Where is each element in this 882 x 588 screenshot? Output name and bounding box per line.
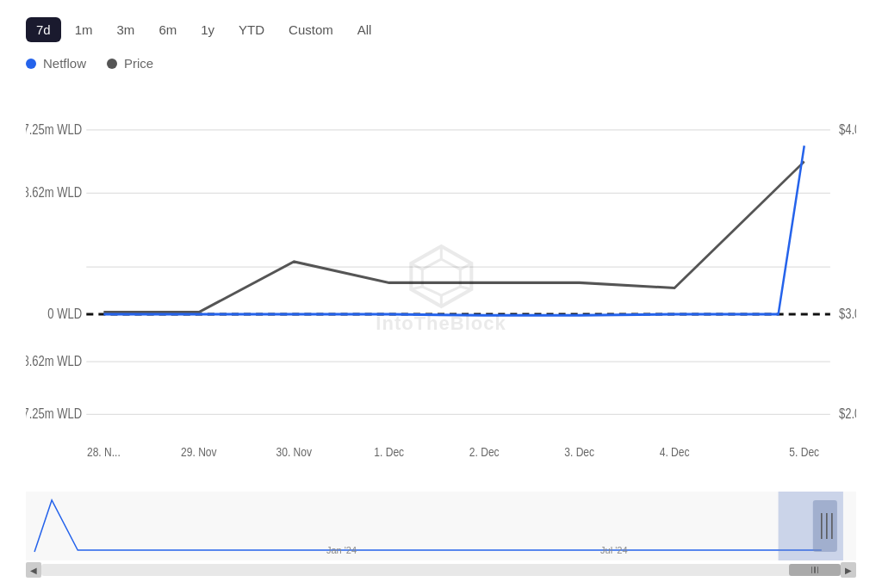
legend-netflow: Netflow [26, 56, 86, 71]
svg-text:Jul '24: Jul '24 [600, 545, 628, 555]
time-btn-7d[interactable]: 7d [26, 17, 61, 42]
time-btn-ytd[interactable]: YTD [228, 17, 275, 42]
chart-legend: Netflow Price [26, 56, 856, 71]
svg-text:$3.00: $3.00 [839, 306, 856, 321]
svg-text:4. Dec: 4. Dec [660, 445, 690, 459]
time-btn-custom[interactable]: Custom [278, 17, 344, 42]
svg-text:28.62m WLD: 28.62m WLD [26, 185, 82, 200]
svg-text:0 WLD: 0 WLD [47, 306, 82, 321]
scrollbar-track[interactable] [41, 564, 841, 576]
svg-text:3. Dec: 3. Dec [564, 445, 594, 459]
main-chart-svg: 57.25m WLD 28.62m WLD 0 WLD -28.62m WLD … [26, 88, 856, 488]
svg-text:29. Nov: 29. Nov [181, 445, 217, 459]
time-btn-6m[interactable]: 6m [148, 17, 187, 42]
svg-text:5. Dec: 5. Dec [789, 445, 819, 459]
time-btn-3m[interactable]: 3m [107, 17, 146, 42]
svg-rect-32 [813, 500, 837, 552]
svg-text:$2.00: $2.00 [839, 406, 856, 421]
legend-price: Price [107, 56, 153, 71]
grip-line-3 [817, 566, 819, 573]
svg-text:2. Dec: 2. Dec [469, 445, 500, 459]
svg-text:-28.62m WLD: -28.62m WLD [26, 354, 82, 368]
time-btn-1y[interactable]: 1y [190, 17, 225, 42]
time-btn-1m[interactable]: 1m [65, 17, 103, 42]
chart-area: IntoTheBlock 57.25m WLD 28.62m WLD 0 WLD… [26, 88, 856, 579]
price-label: Price [124, 56, 153, 71]
scroll-right-arrow[interactable]: ▶ [841, 562, 856, 578]
svg-text:28. N...: 28. N... [87, 445, 121, 459]
price-dot [107, 59, 117, 69]
scrollbar[interactable]: ◀ ▶ [26, 560, 856, 579]
scrollbar-thumb[interactable] [789, 564, 841, 576]
svg-text:57.25m WLD: 57.25m WLD [26, 122, 82, 137]
svg-text:$4.00: $4.00 [839, 122, 856, 137]
svg-text:-57.25m WLD: -57.25m WLD [26, 406, 82, 421]
mini-chart: Jan '24 Jul '24 [26, 492, 856, 560]
main-chart: IntoTheBlock 57.25m WLD 28.62m WLD 0 WLD… [26, 88, 856, 488]
scroll-left-arrow[interactable]: ◀ [26, 562, 41, 578]
svg-text:Jan '24: Jan '24 [326, 545, 357, 555]
grip-line-2 [814, 566, 816, 573]
svg-text:30. Nov: 30. Nov [276, 445, 313, 459]
mini-chart-svg: Jan '24 Jul '24 [26, 492, 856, 560]
main-container: 7d1m3m6m1yYTDCustomAll Netflow Price [0, 0, 882, 588]
grip-line-1 [811, 566, 813, 573]
netflow-dot [26, 59, 36, 69]
netflow-label: Netflow [43, 56, 86, 71]
time-range-bar: 7d1m3m6m1yYTDCustomAll [26, 17, 856, 42]
svg-text:1. Dec: 1. Dec [374, 445, 404, 459]
time-btn-all[interactable]: All [347, 17, 382, 42]
